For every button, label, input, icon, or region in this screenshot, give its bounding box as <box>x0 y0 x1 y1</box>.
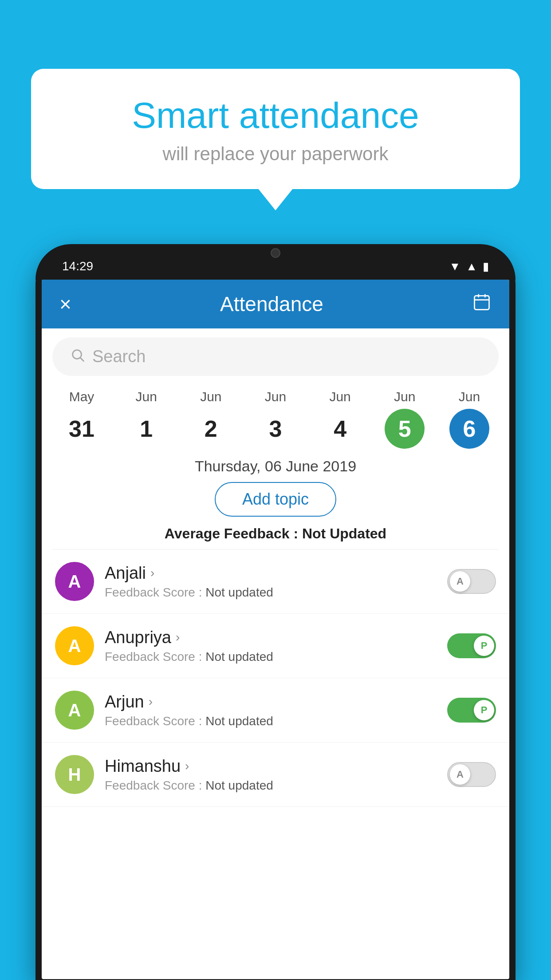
cal-day-0[interactable]: May 31 <box>55 389 108 449</box>
toggle-thumb-anjali: A <box>450 571 470 592</box>
wifi-icon: ▼ <box>449 260 461 273</box>
calendar-strip: May 31 Jun 1 Jun 2 Jun 3 Jun 4 Jun 5 <box>42 385 509 453</box>
cal-month-4: Jun <box>329 389 350 404</box>
avatar-himanshu: H <box>55 755 94 794</box>
student-item-anjali[interactable]: A Anjali › Feedback Score : Not updated … <box>42 549 509 614</box>
cal-day-2[interactable]: Jun 2 <box>184 389 237 449</box>
app-header: × Attendance <box>42 280 509 328</box>
cal-day-5[interactable]: Jun 5 <box>378 389 431 449</box>
toggle-thumb-anupriya: P <box>474 636 494 656</box>
student-item-anupriya[interactable]: A Anupriya › Feedback Score : Not update… <box>42 614 509 678</box>
toggle-arjun[interactable]: P <box>447 698 496 723</box>
toggle-himanshu[interactable]: A <box>447 762 496 787</box>
search-placeholder: Search <box>92 347 146 366</box>
student-name-himanshu: Himanshu <box>105 757 181 776</box>
student-info-himanshu: Himanshu › Feedback Score : Not updated <box>105 757 437 793</box>
chevron-icon-arjun: › <box>149 695 153 709</box>
cal-month-0: May <box>69 389 94 404</box>
toggle-on-arjun[interactable]: P <box>447 698 496 723</box>
search-bar[interactable]: Search <box>52 337 499 376</box>
phone-frame: 14:29 ▼ ▲ ▮ × Attendance <box>35 244 516 980</box>
student-name-anjali: Anjali <box>105 564 146 583</box>
status-bar: 14:29 ▼ ▲ ▮ <box>35 244 516 280</box>
close-button[interactable]: × <box>59 294 71 314</box>
toggle-thumb-himanshu: A <box>450 764 470 785</box>
cal-date-3: 3 <box>256 409 295 449</box>
status-time: 14:29 <box>62 259 93 273</box>
battery-icon: ▮ <box>483 260 489 273</box>
cal-month-6: Jun <box>459 389 480 404</box>
student-list: A Anjali › Feedback Score : Not updated … <box>42 549 509 807</box>
svg-line-5 <box>80 358 84 361</box>
cal-date-1: 1 <box>126 409 166 449</box>
cal-date-0: 31 <box>62 409 102 449</box>
toggle-thumb-arjun: P <box>474 700 494 720</box>
feedback-anjali: Feedback Score : Not updated <box>105 585 437 600</box>
search-icon <box>70 348 85 366</box>
chevron-icon-himanshu: › <box>185 759 189 773</box>
add-topic-button[interactable]: Add topic <box>215 482 336 517</box>
toggle-anupriya[interactable]: P <box>447 633 496 658</box>
feedback-himanshu: Feedback Score : Not updated <box>105 778 437 793</box>
cal-month-2: Jun <box>200 389 221 404</box>
student-info-anupriya: Anupriya › Feedback Score : Not updated <box>105 628 437 664</box>
student-name-arjun: Arjun <box>105 692 144 711</box>
speech-bubble-container: Smart attendance will replace your paper… <box>31 69 520 189</box>
cal-month-1: Jun <box>135 389 157 404</box>
toggle-anjali[interactable]: A <box>447 569 496 594</box>
cal-month-5: Jun <box>394 389 415 404</box>
svg-point-4 <box>73 350 82 359</box>
student-info-anjali: Anjali › Feedback Score : Not updated <box>105 564 437 600</box>
student-name-anupriya: Anupriya <box>105 628 171 647</box>
average-feedback: Average Feedback : Not Updated <box>42 526 509 542</box>
avatar-anupriya: A <box>55 626 94 665</box>
signal-icon: ▲ <box>466 260 477 273</box>
camera-dot <box>271 248 280 258</box>
cal-day-1[interactable]: Jun 1 <box>120 389 173 449</box>
speech-bubble: Smart attendance will replace your paper… <box>31 69 520 189</box>
cal-day-4[interactable]: Jun 4 <box>314 389 367 449</box>
feedback-arjun: Feedback Score : Not updated <box>105 714 437 728</box>
cal-date-2: 2 <box>191 409 231 449</box>
toggle-off-anjali[interactable]: A <box>447 569 496 594</box>
student-info-arjun: Arjun › Feedback Score : Not updated <box>105 692 437 728</box>
svg-rect-0 <box>475 296 489 309</box>
toggle-off-himanshu[interactable]: A <box>447 762 496 787</box>
status-icons: ▼ ▲ ▮ <box>449 260 489 273</box>
cal-date-6: 6 <box>449 409 489 449</box>
phone-notch <box>249 244 302 262</box>
bubble-subtitle: will replace your paperwork <box>67 143 484 165</box>
chevron-icon-anjali: › <box>150 566 154 580</box>
bubble-title: Smart attendance <box>67 95 484 135</box>
cal-day-3[interactable]: Jun 3 <box>249 389 302 449</box>
toggle-on-anupriya[interactable]: P <box>447 633 496 658</box>
cal-day-6[interactable]: Jun 6 <box>443 389 496 449</box>
calendar-icon[interactable] <box>472 292 492 316</box>
student-item-arjun[interactable]: A Arjun › Feedback Score : Not updated P <box>42 678 509 743</box>
cal-date-4: 4 <box>320 409 360 449</box>
cal-date-5: 5 <box>385 409 425 449</box>
header-title: Attendance <box>220 292 323 316</box>
selected-date-label: Thursday, 06 June 2019 <box>42 453 509 482</box>
cal-month-3: Jun <box>265 389 286 404</box>
chevron-icon-anupriya: › <box>176 630 180 644</box>
avatar-arjun: A <box>55 691 94 730</box>
feedback-anupriya: Feedback Score : Not updated <box>105 650 437 664</box>
avatar-anjali: A <box>55 562 94 601</box>
student-item-himanshu[interactable]: H Himanshu › Feedback Score : Not update… <box>42 743 509 807</box>
phone-screen: × Attendance Search <box>42 280 509 979</box>
